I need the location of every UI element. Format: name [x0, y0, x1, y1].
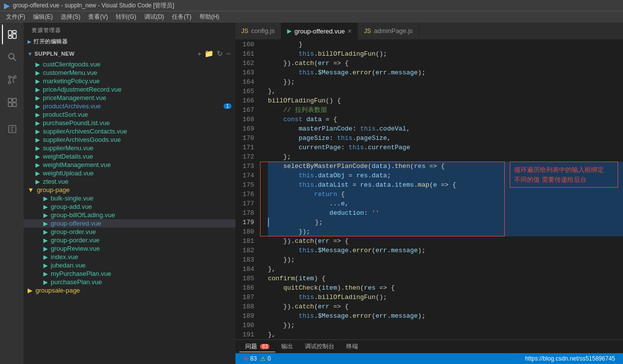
code-line-160: } [268, 40, 623, 49]
title-text: group-offered.vue - suppln_new - Visual … [13, 1, 174, 10]
svg-rect-0 [8, 31, 12, 35]
tab-group-offered-vue[interactable]: ▶ group-offered.vue × [281, 23, 359, 39]
js-file-icon2: JS [364, 28, 371, 34]
panel-tab-debug-console[interactable]: 调试控制台 [299, 341, 340, 352]
code-line-181: }).catch(err => { [268, 236, 623, 246]
file-purchasePoundList[interactable]: ▶ purchasePoundList.vue [24, 119, 235, 127]
code-line-171: currentPage: this.currentPage [268, 143, 623, 152]
file-productArchives[interactable]: ▶ productArchives.vue 1 [24, 102, 235, 110]
vue-icon: ▶ [43, 212, 48, 219]
vue-icon: ▶ [43, 262, 48, 269]
svg-rect-10 [13, 99, 16, 102]
panel-tab-terminal[interactable]: 终端 [340, 341, 364, 352]
menu-goto[interactable]: 转到(G) [112, 12, 140, 22]
statusbar-url[interactable]: https://blog.csdn.net/ss515896745 [521, 355, 619, 362]
file-supplierArchivesGoods[interactable]: ▶ supplierArchivesGoods.vue [24, 135, 235, 144]
code-line-180: }); [268, 227, 623, 236]
file-priceManagement[interactable]: ▶ priceManagement.vue [24, 94, 235, 102]
file-tree: ▶ custClientgoods.vue ▶ customerMenu.vue… [24, 60, 235, 364]
folder-group-page[interactable]: ▼ group-page [24, 186, 235, 194]
tab-adminPage-js[interactable]: JS adminPage.js [358, 23, 419, 39]
file-myPurchasePlan[interactable]: ▶ myPurchasePlan.vue [24, 269, 235, 278]
code-line-172: }; [268, 152, 623, 162]
file-supplierArchivesContacts[interactable]: ▶ supplierArchivesContacts.vue [24, 127, 235, 135]
error-count-badge: 83 [260, 344, 269, 349]
panel-tab-output[interactable]: 输出 [275, 341, 299, 352]
file-productSort[interactable]: ▶ productSort.vue [24, 110, 235, 119]
file-group-order[interactable]: ▶ group-order.vue [24, 228, 235, 236]
file-customerMenu[interactable]: ▶ customerMenu.vue [24, 68, 235, 77]
file-custClientgoods[interactable]: ▶ custClientgoods.vue [24, 60, 235, 68]
file-index[interactable]: ▶ index.vue [24, 253, 235, 261]
file-juhedan[interactable]: ▶ juhedan.vue [24, 261, 235, 269]
code-editor[interactable]: } this.billOfLadingFun(); }).catch(err =… [260, 40, 623, 339]
vue-icon: ▶ [35, 136, 40, 143]
activity-run[interactable] [2, 119, 22, 139]
code-line-182: this.$Message.error(err.message); [268, 246, 623, 255]
code-line-188: }).catch(err => { [268, 302, 623, 311]
code-line-162: }).catch(err => { [268, 59, 623, 68]
error-badge[interactable]: ✕ 83 ⚠ 0 [239, 355, 275, 363]
file-purchasePlan[interactable]: ▶ purchasePlan.vue [24, 278, 235, 286]
activity-source-control[interactable] [2, 70, 22, 90]
line-numbers: 160 161 162 163 164 165 166 167 168 169 … [235, 40, 260, 339]
tabs-bar: JS config.js ▶ group-offered.vue × JS ad… [235, 23, 623, 40]
file-group-offered[interactable]: ▶ group-offered.vue [24, 219, 235, 228]
folder-groupsale-page[interactable]: ▶ groupsale-page [24, 286, 235, 295]
file-priceAdjustmentRecord[interactable]: ▶ priceAdjustmentRecord.vue [24, 85, 235, 94]
code-line-163: this.$Message.error(err.message); [268, 68, 623, 77]
vue-icon: ▶ [35, 120, 40, 127]
sidebar-title: 资源管理器 [24, 23, 235, 36]
svg-rect-2 [13, 34, 16, 38]
menu-view[interactable]: 查看(V) [84, 12, 112, 22]
collapse-icon[interactable]: − [225, 49, 231, 58]
project-header[interactable]: ▼ SUPPLN_NEW + 📁 ↻ − [24, 47, 235, 60]
code-line-161: this.billOfLadingFun(); [268, 49, 623, 59]
svg-point-6 [8, 76, 11, 78]
file-weightUpload[interactable]: ▶ weightUpload.vue [24, 169, 235, 177]
vue-icon: ▶ [43, 220, 48, 227]
svg-rect-9 [8, 99, 12, 102]
file-weightDetails[interactable]: ▶ weightDetails.vue [24, 152, 235, 161]
folder-arrow-groupsale: ▶ [28, 287, 33, 294]
tab-config-js[interactable]: JS config.js [235, 23, 281, 39]
error-icon: ✕ [243, 355, 249, 363]
file-group-add[interactable]: ▶ group-add.vue [24, 202, 235, 211]
code-line-187: this.billOfLadingFun(); [268, 293, 623, 302]
svg-line-5 [13, 58, 16, 61]
code-line-175: this.dataList = res.data.items.map(e => … [268, 180, 623, 190]
titlebar: ▶ group-offered.vue - suppln_new - Visua… [0, 0, 623, 11]
activity-explorer[interactable] [2, 25, 22, 44]
file-groupReview[interactable]: ▶ groupReview.vue [24, 244, 235, 253]
file-group-billOfLading[interactable]: ▶ group-billOfLading.vue [24, 211, 235, 219]
app-icon: ▶ [4, 1, 10, 10]
svg-point-7 [14, 76, 16, 78]
editor-area: JS config.js ▶ group-offered.vue × JS ad… [235, 23, 623, 364]
menu-edit[interactable]: 编辑(E) [29, 12, 57, 22]
file-ztest[interactable]: ▶ ztest.vue [24, 177, 235, 186]
menu-task[interactable]: 任务(T) [168, 12, 195, 22]
tab-close-btn[interactable]: × [348, 27, 352, 35]
file-group-porder[interactable]: ▶ group-porder.vue [24, 236, 235, 244]
file-weightManagement[interactable]: ▶ weightManagement.vue [24, 161, 235, 169]
menu-help[interactable]: 帮助(H) [196, 12, 224, 22]
open-editors-header[interactable]: ▶ 打开的编辑器 [24, 36, 235, 47]
new-file-icon[interactable]: + [196, 49, 202, 58]
menu-file[interactable]: 文件(F) [2, 12, 29, 22]
menubar: 文件(F) 编辑(E) 选择(S) 查看(V) 转到(G) 调试(D) 任务(T… [0, 11, 623, 23]
panel-tab-problems[interactable]: 问题 83 [239, 341, 275, 352]
menu-debug[interactable]: 调试(D) [140, 12, 168, 22]
activity-search[interactable] [2, 47, 22, 67]
refresh-icon[interactable]: ↻ [216, 49, 224, 58]
open-editors-arrow: ▶ [28, 39, 32, 44]
code-line-174: this.dataObj = res.data; [268, 171, 623, 180]
code-line-165: }, [268, 87, 623, 96]
code-line-184: }, [268, 265, 623, 274]
vue-icon: ▶ [35, 128, 40, 135]
file-supplierMenu[interactable]: ▶ supplierMenu.vue [24, 144, 235, 152]
new-folder-icon[interactable]: 📁 [203, 49, 215, 58]
activity-extensions[interactable] [2, 93, 22, 112]
file-bulk-single[interactable]: ▶ bulk-single.vue [24, 194, 235, 202]
file-marketingPolicy[interactable]: ▶ marketingPolicy.vue [24, 77, 235, 85]
menu-select[interactable]: 选择(S) [57, 12, 84, 22]
